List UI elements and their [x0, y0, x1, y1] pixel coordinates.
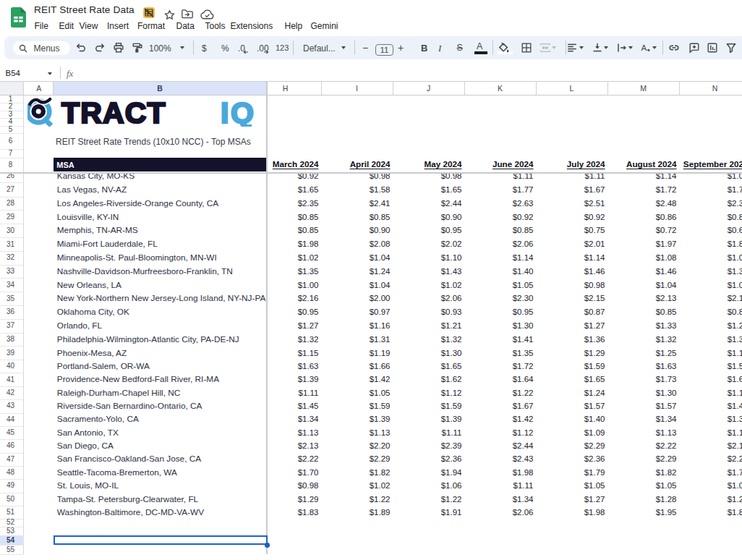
svg-text:A: A [641, 43, 647, 52]
svg-text:IQ: IQ [221, 96, 255, 127]
svg-text:TRACT: TRACT [61, 96, 166, 127]
